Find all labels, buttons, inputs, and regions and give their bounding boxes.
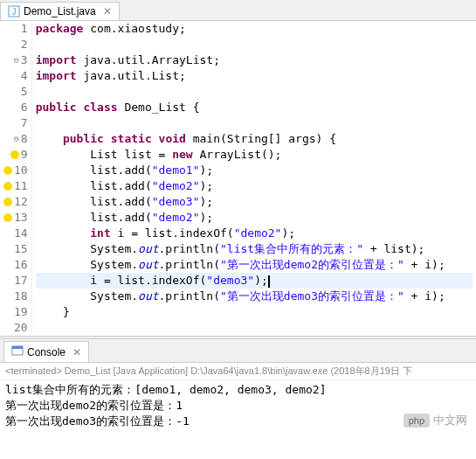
- watermark: php 中文网: [404, 413, 467, 428]
- fold-icon[interactable]: ⊖: [14, 131, 19, 147]
- warning-bulb-icon[interactable]: [3, 213, 12, 222]
- line-number: 5: [3, 84, 28, 100]
- warning-bulb-icon[interactable]: [3, 166, 12, 175]
- line-number: 6: [3, 100, 28, 115]
- code-line[interactable]: import java.util.ArrayList;: [36, 52, 473, 68]
- svg-text:J: J: [12, 7, 17, 17]
- console-icon: [11, 344, 24, 359]
- code-line[interactable]: }: [36, 304, 473, 320]
- code-line[interactable]: [36, 84, 473, 100]
- code-line[interactable]: i = list.indexOf("demo3");: [36, 273, 473, 289]
- code-area[interactable]: package com.xiaostudy;import java.util.A…: [32, 21, 476, 336]
- code-line[interactable]: int i = list.indexOf("demo2");: [36, 226, 473, 241]
- line-number: 1: [3, 21, 28, 37]
- line-number-gutter: 12⊖34567⊖891011121314151617181920: [0, 21, 32, 336]
- editor-tab[interactable]: J Demo_List.java ✕: [0, 2, 120, 20]
- code-line[interactable]: [36, 37, 473, 52]
- code-line[interactable]: List list = new ArrayList();: [36, 147, 473, 163]
- line-number: 18: [3, 289, 28, 304]
- line-number: 4: [3, 68, 28, 84]
- console-line: 第一次出现demo3的索引位置是：-1: [5, 414, 471, 429]
- line-number: 12: [3, 194, 28, 210]
- console-header: <terminated> Demo_List [Java Application…: [0, 363, 476, 380]
- line-number: 9: [3, 147, 28, 163]
- line-number: ⊖3: [3, 52, 28, 68]
- code-line[interactable]: public class Demo_List {: [36, 100, 473, 115]
- console-line: 第一次出现demo2的索引位置是：1: [5, 398, 471, 414]
- line-number: 15: [3, 241, 28, 257]
- line-number: ⊖8: [3, 131, 28, 147]
- line-number: 7: [3, 115, 28, 131]
- warning-bulb-icon[interactable]: [3, 182, 12, 191]
- line-number: 13: [3, 210, 28, 226]
- code-editor[interactable]: 12⊖34567⊖891011121314151617181920 packag…: [0, 21, 476, 336]
- line-number: 2: [3, 37, 28, 52]
- console-tab[interactable]: Console ✕: [3, 341, 89, 362]
- fold-icon[interactable]: ⊖: [14, 52, 19, 68]
- close-icon[interactable]: ✕: [103, 5, 112, 17]
- code-line[interactable]: list.add("demo2");: [36, 210, 473, 226]
- watermark-text: 中文网: [433, 413, 467, 428]
- console-tab-label: Console: [27, 346, 66, 358]
- code-line[interactable]: System.out.println("第一次出现demo2的索引位置是：" +…: [36, 257, 473, 273]
- line-number: 14: [3, 226, 28, 241]
- svg-rect-3: [12, 346, 23, 349]
- warning-bulb-icon[interactable]: [10, 150, 19, 159]
- console-line: list集合中所有的元素：[demo1, demo2, demo3, demo2…: [5, 382, 471, 398]
- code-line[interactable]: System.out.println("list集合中所有的元素：" + lis…: [36, 241, 473, 257]
- code-line[interactable]: import java.util.List;: [36, 68, 473, 84]
- line-number: 16: [3, 257, 28, 273]
- code-line[interactable]: [36, 115, 473, 131]
- java-file-icon: J: [8, 5, 20, 17]
- line-number: 10: [3, 163, 28, 178]
- watermark-badge: php: [404, 414, 430, 428]
- code-line[interactable]: package com.xiaostudy;: [36, 21, 473, 37]
- code-line[interactable]: list.add("demo1");: [36, 163, 473, 178]
- console-tab-bar: Console ✕: [0, 339, 476, 363]
- editor-tab-bar: J Demo_List.java ✕: [0, 0, 476, 21]
- close-icon[interactable]: ✕: [72, 346, 81, 358]
- code-line[interactable]: [36, 320, 473, 336]
- line-number: 17: [3, 273, 28, 289]
- warning-bulb-icon[interactable]: [3, 198, 12, 206]
- code-line[interactable]: list.add("demo3");: [36, 194, 473, 210]
- code-line[interactable]: System.out.println("第一次出现demo3的索引位置是：" +…: [36, 289, 473, 304]
- line-number: 20: [3, 320, 28, 336]
- code-line[interactable]: list.add("demo2");: [36, 178, 473, 194]
- line-number: 19: [3, 304, 28, 320]
- line-number: 11: [3, 178, 28, 194]
- code-line[interactable]: public static void main(String[] args) {: [36, 131, 473, 147]
- tab-title: Demo_List.java: [24, 5, 96, 17]
